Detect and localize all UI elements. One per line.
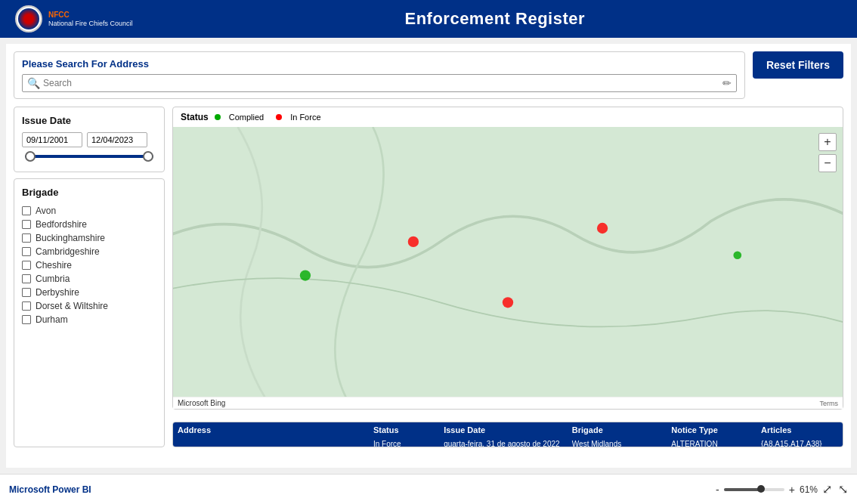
brigade-checkbox[interactable] bbox=[22, 274, 31, 283]
brigade-item[interactable]: Avon bbox=[22, 204, 156, 218]
complied-label: Complied bbox=[229, 113, 264, 122]
map-header: Status Complied In Force bbox=[173, 107, 843, 127]
brigade-item[interactable]: Buckinghamshire bbox=[22, 231, 156, 245]
date-inputs bbox=[22, 132, 156, 147]
brigade-checkbox[interactable] bbox=[22, 233, 31, 243]
edit-icon: ✏ bbox=[722, 77, 732, 89]
brigade-item[interactable]: Bedfordshire bbox=[22, 218, 156, 231]
svg-point-3 bbox=[300, 270, 311, 280]
slider-fill bbox=[25, 155, 153, 158]
expand-icon[interactable]: ⤡ bbox=[838, 482, 848, 496]
brigade-checkbox[interactable] bbox=[22, 206, 31, 215]
brigade-checkbox[interactable] bbox=[22, 261, 31, 270]
brigade-label: Buckinghamshire bbox=[36, 233, 105, 243]
date-to-input[interactable] bbox=[87, 132, 147, 147]
table-cell: {A8,A15,A17,A38} bbox=[761, 440, 838, 447]
table-header-cell: Brigade bbox=[572, 425, 668, 434]
map-svg bbox=[173, 127, 843, 397]
map-footer: Microsoft Bing Terms bbox=[173, 397, 843, 409]
brigade-section: Brigade AvonBedfordshireBuckinghamshireC… bbox=[14, 178, 165, 447]
table-header: AddressStatusIssue DateBrigadeNotice Typ… bbox=[173, 422, 843, 438]
logo-text-block: NFCC National Fire Chiefs Council bbox=[48, 11, 133, 28]
table-header-cell: Articles bbox=[761, 425, 838, 434]
reset-filters-button[interactable]: Reset Filters bbox=[753, 51, 843, 79]
svg-point-1 bbox=[408, 237, 419, 247]
brigade-item[interactable]: Dorset & Wiltshire bbox=[22, 299, 156, 313]
brigade-label: Derbyshire bbox=[36, 287, 79, 298]
issue-date-title: Issue Date bbox=[22, 115, 156, 126]
search-icon: 🔍 bbox=[27, 77, 40, 89]
inforce-dot bbox=[276, 114, 282, 120]
zoom-slider[interactable] bbox=[724, 488, 784, 491]
search-input[interactable] bbox=[43, 78, 719, 88]
brigade-label: Bedfordshire bbox=[36, 219, 87, 230]
logo-circle bbox=[15, 5, 42, 32]
brigade-checkbox[interactable] bbox=[22, 288, 31, 297]
main-content: Please Search For Address 🔍 ✏ Reset Filt… bbox=[6, 44, 851, 468]
zoom-percent-label: 61% bbox=[800, 484, 818, 495]
logo-inner bbox=[18, 8, 39, 29]
map-zoom-in-button[interactable]: + bbox=[818, 133, 837, 151]
brigade-item[interactable]: Derbyshire bbox=[22, 286, 156, 299]
brigade-item[interactable]: Cumbria bbox=[22, 272, 156, 286]
slider-thumb-left[interactable] bbox=[25, 151, 36, 162]
table-header-cell: Status bbox=[373, 425, 441, 434]
logo-nfcc: NFCC bbox=[48, 11, 133, 20]
logo-subtext: National Fire Chiefs Council bbox=[48, 20, 133, 28]
brigade-label: Dorset & Wiltshire bbox=[36, 301, 108, 311]
brigade-list: AvonBedfordshireBuckinghamshireCambridge… bbox=[22, 204, 156, 439]
brigade-checkbox[interactable] bbox=[22, 301, 31, 311]
map-terms: Terms bbox=[820, 400, 839, 407]
table-cell: West Midlands bbox=[572, 440, 668, 447]
map-section: Status Complied In Force bbox=[172, 107, 843, 410]
zoom-slider-fill bbox=[724, 488, 761, 491]
map-and-table-wrapper: Status Complied In Force bbox=[172, 107, 843, 447]
status-label: Status bbox=[181, 112, 209, 122]
slider-thumb-right[interactable] bbox=[143, 151, 153, 162]
powerbi-link[interactable]: Microsoft Power BI bbox=[9, 484, 91, 495]
header: NFCC National Fire Chiefs Council Enforc… bbox=[0, 0, 857, 38]
brigade-label: Cumbria bbox=[36, 274, 70, 284]
table-cell: In Force bbox=[373, 440, 441, 447]
zoom-plus-button[interactable]: + bbox=[789, 484, 795, 496]
brigade-label: Cambridgeshire bbox=[36, 246, 100, 257]
date-from-input[interactable] bbox=[22, 132, 82, 147]
brigade-checkbox[interactable] bbox=[22, 315, 31, 324]
svg-rect-0 bbox=[173, 127, 843, 397]
table-header-cell: Address bbox=[178, 425, 370, 434]
brigade-item[interactable]: Cambridgeshire bbox=[22, 245, 156, 258]
table-row[interactable]: In Forcequarta-feira, 31 de agosto de 20… bbox=[173, 438, 843, 447]
brigade-title: Brigade bbox=[22, 187, 156, 198]
bottom-bar: Microsoft Power BI - + 61% ⤢ ⤡ bbox=[0, 474, 857, 504]
brigade-checkbox[interactable] bbox=[22, 247, 31, 256]
search-section: Please Search For Address 🔍 ✏ bbox=[14, 51, 745, 99]
zoom-slider-thumb[interactable] bbox=[757, 485, 765, 493]
page-title: Enforcement Register bbox=[148, 9, 842, 29]
brigade-label: Durham bbox=[36, 314, 68, 325]
inforce-label: In Force bbox=[290, 113, 320, 122]
search-label: Please Search For Address bbox=[22, 58, 737, 70]
search-input-wrap[interactable]: 🔍 ✏ bbox=[22, 74, 737, 92]
view-icons: ⤢ ⤡ bbox=[822, 482, 848, 496]
brigade-checkbox[interactable] bbox=[22, 220, 31, 229]
complied-dot bbox=[215, 114, 221, 120]
brigade-label: Cheshire bbox=[36, 260, 72, 271]
fullscreen-icon[interactable]: ⤢ bbox=[822, 482, 832, 496]
logo: NFCC National Fire Chiefs Council bbox=[15, 5, 133, 32]
table-body: In Forcequarta-feira, 31 de agosto de 20… bbox=[173, 438, 843, 447]
table-header-cell: Notice Type bbox=[671, 425, 758, 434]
zoom-controls: - + 61% ⤢ ⤡ bbox=[716, 482, 848, 496]
date-section: Issue Date bbox=[14, 107, 165, 172]
content-row: Issue Date Brigade AvonBedfordshireBucki… bbox=[14, 107, 843, 447]
svg-point-4 bbox=[503, 297, 513, 308]
zoom-minus-button[interactable]: - bbox=[716, 484, 719, 496]
table-cell: ALTERATION bbox=[671, 440, 758, 447]
map-zoom-out-button[interactable]: − bbox=[818, 154, 837, 172]
svg-point-2 bbox=[597, 223, 608, 233]
brigade-item[interactable]: Cheshire bbox=[22, 258, 156, 272]
brigade-item[interactable]: Durham bbox=[22, 313, 156, 326]
bing-logo: Microsoft Bing bbox=[178, 399, 225, 407]
map-content: + − bbox=[173, 127, 843, 397]
brigade-label: Avon bbox=[36, 206, 56, 216]
date-slider-track bbox=[25, 155, 153, 158]
